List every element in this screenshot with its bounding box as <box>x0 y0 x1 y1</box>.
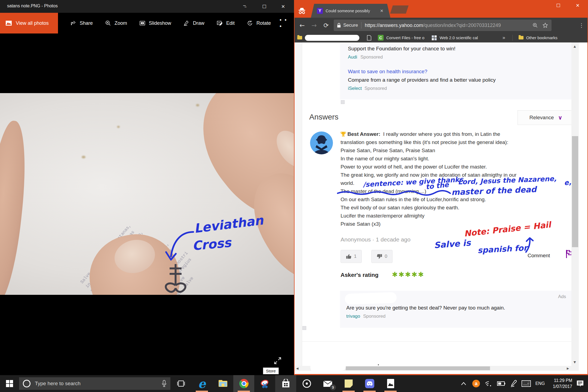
taskbar-file-explorer-icon[interactable] <box>212 375 233 392</box>
adchoices-icon[interactable] <box>302 326 306 330</box>
back-button[interactable]: ← <box>296 22 308 29</box>
bookmarks-overflow-chevron[interactable]: » <box>503 35 505 41</box>
forward-button[interactable]: → <box>308 22 320 29</box>
edit-button[interactable]: Edit <box>210 13 241 33</box>
rotate-icon <box>247 20 253 26</box>
chrome-titlebar[interactable]: Y Could someone possibly ✕ – ☐ ✕ <box>294 0 588 18</box>
address-bar[interactable]: Secure https://answers.yahoo.com /questi… <box>334 20 552 31</box>
chrome-minimize-button[interactable]: – <box>238 0 251 11</box>
microphone-icon[interactable] <box>162 380 167 387</box>
photos-window: satans note.PNG - Photos – ☐ ✕ View all … <box>0 0 294 375</box>
bookmark-convert-files[interactable]: Convert Files - free o <box>386 35 424 40</box>
language-indicator[interactable]: ENG <box>532 375 548 392</box>
horizontal-scrollbar-thumb[interactable] <box>346 366 490 370</box>
bookmark-star-icon[interactable] <box>542 22 548 28</box>
taskbar-search-input[interactable]: Type here to search <box>19 377 170 390</box>
ad-advertiser-link[interactable]: iSelect <box>348 86 362 91</box>
tray-audible-icon[interactable]: a <box>470 375 482 392</box>
more-options-button[interactable]: • • • <box>277 13 294 33</box>
touch-keyboard-icon[interactable] <box>520 375 532 392</box>
photos-toolbar: View all photos Share Zoom Slideshow <box>0 13 294 33</box>
photos-maximize-button[interactable]: ☐ <box>258 0 271 13</box>
pen-icon[interactable] <box>507 375 520 392</box>
ads-label: Ads <box>558 294 566 299</box>
avatar[interactable] <box>310 131 333 154</box>
zoom-button[interactable]: Zoom <box>99 13 133 33</box>
view-all-photos-button[interactable]: View all photos <box>0 13 58 33</box>
taskbar: Type here to search e <box>0 375 588 392</box>
chrome-menu-icon[interactable]: ⋮ <box>575 22 587 29</box>
thumbs-up-button[interactable]: 1 <box>341 250 362 263</box>
censored-bookmark[interactable] <box>305 35 359 41</box>
fullscreen-expand-icon[interactable] <box>274 357 282 365</box>
zoom-page-icon[interactable] <box>532 23 538 28</box>
handwriting-spanish-for: spanish for <box>477 243 528 255</box>
rating-stars: ✱✱✱✱✱ <box>392 271 425 278</box>
taskbar-edge-icon[interactable]: e <box>191 375 212 392</box>
taskbar-media-app-icon[interactable] <box>296 375 317 392</box>
battery-icon[interactable] <box>495 375 507 392</box>
censored-ad-headline <box>345 292 397 305</box>
share-button[interactable]: Share <box>64 13 99 33</box>
other-bookmarks-folder-icon[interactable] <box>519 36 523 39</box>
ad-headline[interactable]: Are you sure you're getting the best dea… <box>346 305 505 311</box>
taskbar-sticky-notes-icon[interactable] <box>338 375 359 392</box>
url-host: https://answers.yahoo.com <box>365 23 423 28</box>
calculator-bookmark-icon[interactable] <box>431 35 437 41</box>
handwritten-arrow <box>163 229 196 265</box>
scroll-up-arrow[interactable]: ▲ <box>574 45 576 48</box>
other-bookmarks-label[interactable]: Other bookmarks <box>526 35 558 40</box>
photos-close-button[interactable]: ✕ <box>277 0 289 13</box>
chrome-maximize-button[interactable]: ☐ <box>552 0 565 11</box>
search-placeholder: Type here to search <box>35 381 81 387</box>
draw-button[interactable]: Draw <box>177 13 210 33</box>
page-bookmark-icon[interactable] <box>367 35 371 41</box>
chrome-close-button[interactable]: ✕ <box>571 0 584 11</box>
action-center-icon[interactable] <box>572 375 588 392</box>
tray-show-hidden-icons[interactable] <box>457 375 470 392</box>
vertical-scrollbar-thumb[interactable] <box>572 136 578 247</box>
taskbar-mail-icon[interactable]: 9 <box>317 375 338 392</box>
url-path: /question/index?qid=200703312249 <box>423 23 501 28</box>
start-button[interactable] <box>0 375 19 392</box>
rotate-label: Rotate <box>256 20 271 26</box>
stray-dot <box>378 364 379 365</box>
upvote-count: 1 <box>354 254 356 259</box>
bookmark-folder-icon[interactable] <box>297 36 302 39</box>
censored-new-tab-button[interactable] <box>390 5 409 14</box>
comment-link[interactable]: Comment <box>528 253 550 259</box>
ad-headline[interactable]: Support the Foundation for your chance t… <box>348 46 455 52</box>
slideshow-label: Slideshow <box>149 20 171 26</box>
taskbar-discord-icon[interactable] <box>359 375 380 392</box>
top-ad-block: Support the Foundation for your chance t… <box>340 44 576 99</box>
bookmark-web20-calc[interactable]: Web 2.0 scientific cal <box>440 35 478 40</box>
convert-files-icon[interactable]: C <box>378 35 384 41</box>
adchoices-icon[interactable] <box>341 100 345 104</box>
taskbar-snipping-tool-icon[interactable] <box>254 375 275 392</box>
secure-label: Secure <box>343 23 358 28</box>
ad-advertiser-link[interactable]: Audi <box>348 54 357 60</box>
rotate-button[interactable]: Rotate <box>241 13 277 33</box>
ad-headline-link[interactable]: Want to save on health insurance? <box>348 69 427 75</box>
wifi-icon[interactable] <box>482 375 495 392</box>
slideshow-button[interactable]: Slideshow <box>133 13 177 33</box>
taskbar-chrome-icon[interactable] <box>233 375 254 392</box>
tab-close-icon[interactable]: ✕ <box>380 8 384 13</box>
clock-date: 1/07/2017 <box>548 384 572 390</box>
scroll-left-arrow[interactable]: ◀ <box>296 367 298 370</box>
task-view-button[interactable] <box>170 375 191 392</box>
thumbs-down-button[interactable]: 0 <box>371 250 393 263</box>
scroll-down-arrow[interactable]: ▼ <box>574 360 576 364</box>
handwriting-overflow: e, <box>564 178 572 187</box>
zoom-label: Zoom <box>115 20 127 26</box>
reload-button[interactable]: ⟳ <box>320 22 332 29</box>
browser-tab[interactable]: Y Could someone possibly ✕ <box>311 4 390 18</box>
desktop: satans note.PNG - Photos – ☐ ✕ View all … <box>0 0 588 392</box>
sort-dropdown[interactable]: Relevance ∨ <box>517 110 574 125</box>
ad-advertiser-link[interactable]: trivago <box>346 314 360 319</box>
draw-label: Draw <box>193 20 204 26</box>
taskbar-clock[interactable]: 11:29 PM 1/07/2017 <box>548 378 572 390</box>
scroll-right-arrow[interactable]: ▶ <box>567 367 569 370</box>
taskbar-store-icon[interactable] <box>275 375 296 392</box>
taskbar-photos-icon[interactable] <box>380 375 401 392</box>
